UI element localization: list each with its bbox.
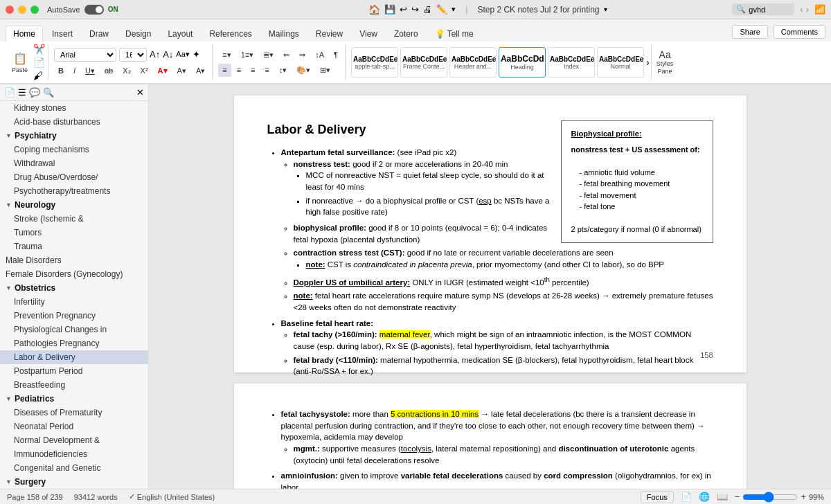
- tab-tellme[interactable]: 💡 Tell me: [427, 26, 481, 42]
- text-effect-button[interactable]: A▾: [192, 64, 209, 78]
- sidebar-item-pathologies-pregnancy[interactable]: Pathologies Pregnancy: [0, 336, 148, 350]
- sidebar-item-coping[interactable]: Coping mechanisms: [0, 143, 148, 156]
- maximize-button[interactable]: [30, 6, 39, 14]
- zoom-out-icon[interactable]: −: [735, 492, 740, 502]
- tab-references[interactable]: References: [202, 26, 259, 42]
- superscript-button[interactable]: X²: [136, 64, 152, 78]
- sidebar-section-neurology[interactable]: ▼ Neurology: [0, 198, 148, 212]
- toolbar-more-icon[interactable]: ▾: [452, 5, 456, 14]
- share-button[interactable]: Share: [732, 25, 767, 39]
- multilevel-list-button[interactable]: ≣▾: [259, 48, 278, 62]
- style-heading[interactable]: AaBbCcDd Heading: [499, 47, 546, 78]
- line-spacing-button[interactable]: ↕▾: [275, 64, 292, 77]
- italic-button[interactable]: I: [69, 64, 80, 78]
- sidebar-close-icon[interactable]: ✕: [136, 87, 144, 98]
- style-normal[interactable]: AaBbCcDdEe Normal: [597, 47, 644, 78]
- sidebar-item-psychotherapy[interactable]: Psychotherapy/treatments: [0, 184, 148, 198]
- font-name-select[interactable]: Arial: [54, 48, 116, 62]
- nav-back-icon[interactable]: ‹: [800, 4, 803, 15]
- sidebar-comment-icon[interactable]: 💬: [29, 87, 40, 98]
- tab-insert[interactable]: Insert: [44, 26, 80, 42]
- font-size-select[interactable]: 16: [119, 48, 147, 62]
- tab-review[interactable]: Review: [308, 26, 350, 42]
- style-apple-tab[interactable]: AaBbCcDdEe apple-tab-sp...: [351, 47, 398, 78]
- font-color-button[interactable]: A▾: [154, 64, 172, 78]
- sidebar-item-female-disorders[interactable]: Female Disorders (Gynecology): [0, 267, 148, 281]
- toolbar-icon-pencil[interactable]: ✏️: [436, 4, 447, 15]
- style-index[interactable]: AaBbCcDdEe Index: [548, 47, 595, 78]
- copy-icon[interactable]: 📄: [33, 57, 45, 68]
- tab-home[interactable]: Home: [6, 26, 43, 42]
- tab-mailings[interactable]: Mailings: [261, 26, 307, 42]
- numbered-list-button[interactable]: 1≡▾: [237, 48, 258, 62]
- comments-button[interactable]: Comments: [774, 25, 825, 39]
- sidebar-item-withdrawal[interactable]: Withdrawal: [0, 156, 148, 170]
- autosave-toggle[interactable]: [84, 5, 104, 15]
- sidebar-item-immunodef[interactable]: Immunodeficiencies: [0, 447, 148, 461]
- sidebar-item-infertility[interactable]: Infertility: [0, 295, 148, 309]
- zoom-percent[interactable]: 99%: [809, 493, 824, 501]
- sidebar-item-stroke[interactable]: Stroke (Ischemic &: [0, 212, 148, 226]
- sidebar-item-tumors[interactable]: Tumors: [0, 226, 148, 240]
- toolbar-icon-undo[interactable]: ↩: [400, 4, 407, 15]
- sidebar-doc-icon[interactable]: 📄: [4, 87, 15, 98]
- sidebar-section-surgery[interactable]: ▼ Surgery: [0, 475, 148, 489]
- align-center-button[interactable]: ≡: [233, 64, 245, 77]
- toolbar-icon-home[interactable]: 🏠: [368, 4, 380, 15]
- font-shrink-button[interactable]: A↓: [163, 49, 173, 60]
- toolbar-icon-print[interactable]: 🖨: [423, 4, 432, 15]
- format-painter-icon[interactable]: 🖌: [33, 70, 45, 81]
- underline-button[interactable]: U▾: [81, 64, 99, 78]
- style-frame-conte[interactable]: AaBbCcDdEe Frame Conte...: [400, 47, 447, 78]
- highlight-button[interactable]: A▾: [173, 64, 190, 78]
- search-bar[interactable]: 🔍: [732, 3, 794, 15]
- sidebar-item-acid-base[interactable]: Acid-base disturbances: [0, 115, 148, 129]
- sidebar-item-prematurity[interactable]: Diseases of Prematurity: [0, 406, 148, 420]
- subscript-button[interactable]: X₂: [118, 64, 134, 78]
- sidebar-section-pediatrics[interactable]: ▼ Pediatrics: [0, 392, 148, 406]
- sidebar-list-icon[interactable]: ☰: [18, 87, 26, 98]
- search-input[interactable]: [749, 6, 790, 14]
- sidebar-section-obstetrics[interactable]: ▼ Obstetrics: [0, 281, 148, 295]
- nav-forward-icon[interactable]: ›: [806, 4, 809, 15]
- align-right-button[interactable]: ≡: [247, 64, 259, 77]
- indent-increase-button[interactable]: ⇒: [295, 48, 310, 62]
- justify-button[interactable]: ≡: [260, 64, 273, 77]
- indent-decrease-button[interactable]: ⇐: [279, 48, 294, 62]
- sidebar-search-icon[interactable]: 🔍: [43, 87, 54, 98]
- shading-button[interactable]: 🎨▾: [292, 64, 314, 77]
- view-print-icon[interactable]: 📄: [681, 492, 692, 502]
- sidebar-section-psychiatry[interactable]: ▼ Psychiatry: [0, 129, 148, 143]
- change-case-button[interactable]: Aa▾: [176, 50, 189, 59]
- doc-title-chevron[interactable]: ▾: [604, 6, 607, 13]
- sort-button[interactable]: ↕A: [311, 48, 328, 62]
- sidebar-item-physiological-changes[interactable]: Physiological Changes in: [0, 323, 148, 336]
- tab-zotero[interactable]: Zotero: [386, 26, 426, 42]
- view-web-icon[interactable]: 🌐: [699, 492, 710, 502]
- bold-button[interactable]: B: [54, 64, 68, 78]
- sidebar-item-kidney-stones[interactable]: Kidney stones: [0, 101, 148, 115]
- language-indicator[interactable]: ✓ English (United States): [129, 492, 215, 501]
- sidebar-item-neonatal[interactable]: Neonatal Period: [0, 420, 148, 433]
- sidebar-item-postpartum[interactable]: Postpartum Period: [0, 364, 148, 378]
- paste-button[interactable]: 📋 Paste: [8, 47, 31, 78]
- zoom-slider[interactable]: [742, 492, 798, 503]
- toolbar-icon-redo[interactable]: ↪: [411, 4, 419, 15]
- sidebar-item-trauma[interactable]: Trauma: [0, 240, 148, 253]
- nav-arrows[interactable]: ‹ ›: [800, 4, 809, 15]
- font-grow-button[interactable]: A↑: [150, 49, 160, 60]
- styles-pane-button[interactable]: Aa Styles Pane: [651, 44, 676, 80]
- tab-design[interactable]: Design: [118, 26, 159, 42]
- borders-button[interactable]: ⊞▾: [316, 64, 334, 77]
- styles-more-button[interactable]: ›: [646, 57, 650, 68]
- align-left-button[interactable]: ≡: [218, 64, 231, 77]
- focus-button[interactable]: Focus: [641, 491, 674, 503]
- sidebar-item-breastfeeding[interactable]: Breastfeeding: [0, 378, 148, 392]
- view-read-icon[interactable]: 📖: [717, 492, 728, 502]
- close-button[interactable]: [6, 6, 14, 14]
- tab-layout[interactable]: Layout: [160, 26, 200, 42]
- tab-view[interactable]: View: [352, 26, 385, 42]
- sidebar-item-male-disorders[interactable]: Male Disorders: [0, 253, 148, 267]
- style-header[interactable]: AaBbCcDdEe Header and...: [449, 47, 497, 78]
- bullet-list-button[interactable]: ≡▾: [218, 48, 235, 62]
